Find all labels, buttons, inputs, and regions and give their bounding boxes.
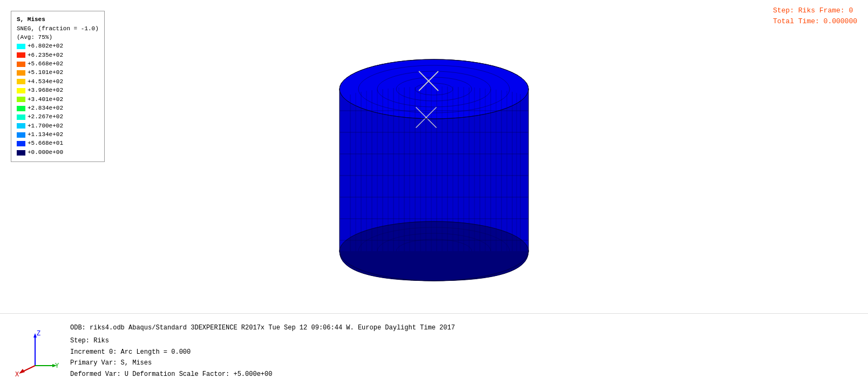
bottom-info-bar: Z Y X ODB: riks4.odb Abaqus/Standard 3DE…	[0, 313, 868, 391]
odb-line: ODB: riks4.odb Abaqus/Standard 3DEXPERIE…	[70, 322, 455, 333]
deformed-var: Deformed Var: U Deformation Scale Factor…	[70, 369, 455, 380]
cylinder-mesh: .mesh-line { stroke: #000010; stroke-wid…	[321, 41, 547, 289]
x-axis-label: X	[15, 371, 19, 376]
viewport: .mesh-line { stroke: #000010; stroke-wid…	[0, 0, 868, 313]
step-label: Step: Riks	[70, 335, 455, 346]
svg-marker-65	[19, 369, 25, 374]
primary-var: Primary Var: S, Mises	[70, 358, 455, 368]
axis-svg: Z Y X	[11, 328, 59, 376]
bottom-text-block: ODB: riks4.odb Abaqus/Standard 3DEXPERIE…	[70, 322, 455, 380]
increment-label: Increment 0: Arc Length = 0.000	[70, 347, 455, 358]
fem-mesh-svg: .mesh-line { stroke: #000010; stroke-wid…	[321, 41, 547, 289]
y-axis-label: Y	[55, 362, 59, 370]
z-axis-label: Z	[37, 330, 40, 338]
axis-indicator: Z Y X	[11, 328, 54, 371]
